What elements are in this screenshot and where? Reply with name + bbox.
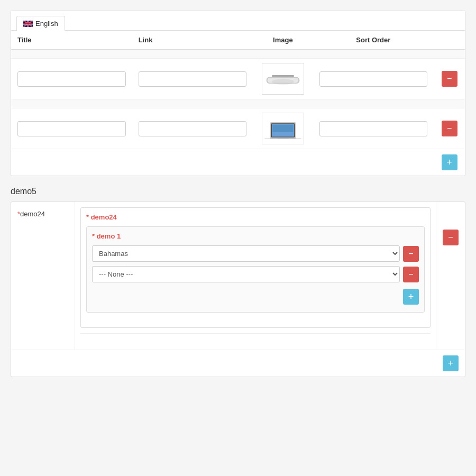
add-dropdown-row: + (92, 287, 419, 307)
tab-english-label: English (35, 20, 58, 28)
flag-icon (23, 21, 33, 27)
title-input-2[interactable]: MacBookAir (17, 121, 126, 136)
add-dropdown-button[interactable]: + (403, 289, 419, 305)
iphone-image (264, 71, 301, 87)
title-cell-2: MacBookAir (11, 108, 132, 149)
demo-outer-label: demo24 (20, 210, 45, 218)
col-sort-order: Sort Order (313, 31, 434, 50)
add-spacer (11, 149, 434, 176)
sort-cell-2: 0 (313, 108, 434, 149)
add-button[interactable]: + (442, 154, 457, 170)
inner-add-row (86, 318, 425, 322)
col-link: Link (132, 31, 253, 50)
spacer-row-2 (11, 99, 465, 108)
image-placeholder-1[interactable] (262, 63, 304, 95)
remove-dropdown-1[interactable]: − (403, 246, 419, 262)
main-panel: English Title Link Image Sort Order iPho… (11, 11, 465, 176)
spacer-row (11, 50, 465, 59)
remove-dropdown-2[interactable]: − (403, 267, 419, 282)
table-row-2: MacBookAir Link (11, 108, 465, 149)
action-buttons-col: − (443, 208, 459, 245)
image-placeholder-2[interactable] (262, 113, 304, 144)
table-row: iPhone 6 index.php?route=product/product… (11, 59, 465, 99)
tab-english[interactable]: English (16, 16, 65, 31)
title-input-1[interactable]: iPhone 6 (17, 71, 126, 87)
add-action-cell: + (434, 149, 465, 176)
macbook-image (264, 118, 301, 139)
items-table: Title Link Image Sort Order iPhone 6 ind… (11, 31, 465, 176)
dropdown-row-2: --- None --- Bahamas − (92, 266, 419, 282)
dropdown-row-1: Bahamas --- None --- − (92, 245, 419, 262)
action-cell-2: − (434, 108, 465, 149)
demo-inner-box: * demo24 * demo 1 Bahamas --- None --- (80, 207, 431, 328)
demo-container: * demo24 * demo24 * demo 1 (11, 202, 465, 377)
action-cell-1: − (434, 59, 465, 99)
required-star-sub: * (92, 232, 97, 240)
svg-rect-8 (272, 125, 293, 132)
svg-rect-10 (277, 139, 288, 139)
tab-bar: English (11, 11, 465, 31)
demo-inner-header: * demo24 (86, 213, 425, 221)
sort-input-2[interactable]: 0 (319, 121, 428, 136)
col-title: Title (11, 31, 132, 50)
demo-sub-header: * demo 1 (92, 232, 419, 240)
sort-input-1[interactable]: 0 (319, 71, 428, 87)
remove-button-1[interactable]: − (442, 71, 457, 87)
demo-sub-box: * demo 1 Bahamas --- None --- − (86, 226, 425, 313)
col-actions (434, 31, 465, 50)
dropdown-1[interactable]: Bahamas --- None --- (92, 245, 400, 262)
sort-cell-1: 0 (313, 59, 434, 99)
remove-demo-button[interactable]: − (443, 230, 459, 245)
demo-action-col: − (436, 202, 465, 350)
svg-rect-4 (272, 75, 294, 77)
outer-add-row (80, 333, 431, 344)
demo-bottom-add: + (11, 350, 465, 377)
section2-title: demo5 (11, 187, 465, 196)
link-input-1[interactable]: index.php?route=product/product&pa (139, 71, 247, 87)
demo-grid: * demo24 * demo24 * demo 1 (11, 202, 465, 350)
link-cell-2: Link (132, 108, 253, 149)
add-demo-button[interactable]: + (443, 355, 459, 371)
demo-sub-label: demo 1 (97, 232, 121, 240)
col-image: Image (253, 31, 313, 50)
title-cell: iPhone 6 (11, 59, 132, 99)
add-row: + (11, 149, 465, 176)
svg-point-3 (272, 79, 294, 85)
image-cell-2 (253, 108, 313, 149)
dropdown-2[interactable]: --- None --- Bahamas (92, 266, 400, 282)
demo-inner-label: demo24 (91, 213, 117, 221)
image-cell-1 (253, 59, 313, 99)
demo-outer-label-col: * demo24 (11, 202, 75, 350)
link-cell: index.php?route=product/product&pa (132, 59, 253, 99)
demo-content-col: * demo24 * demo 1 Bahamas --- None --- (75, 202, 436, 350)
required-star-inner: * (86, 213, 91, 221)
remove-button-2[interactable]: − (442, 121, 457, 136)
link-input-2[interactable]: Link (139, 121, 247, 136)
table-header-row: Title Link Image Sort Order (11, 31, 465, 50)
